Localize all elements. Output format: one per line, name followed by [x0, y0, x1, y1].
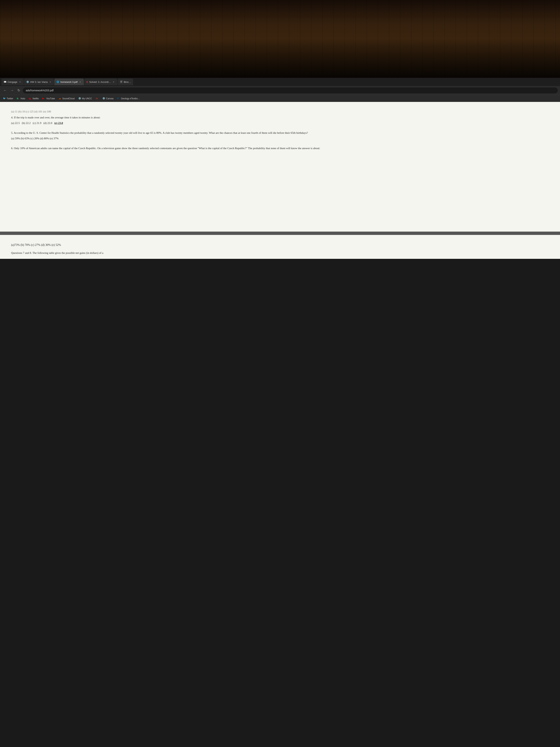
cengage-icon: 📖: [4, 81, 6, 83]
question-5-answers: (a) 59% (b) 63% (c) 20% (d) 80% (e) 37%: [11, 136, 549, 141]
bookmark-youtube[interactable]: ▶ YouTube: [41, 96, 56, 101]
bookmarks-bar: 🐦 Twitter h Hulu N Netflix ▶ YouTube ☁ S…: [0, 95, 560, 102]
bookmark-netflix[interactable]: N Netflix: [27, 96, 40, 101]
tab-bar: 📖 Cengage ✕ ⚙️ HW 3: Ian Viana ✕ 🌐 homew…: [0, 78, 560, 86]
reload-button[interactable]: ↻: [16, 87, 21, 93]
pdf-content-upper: (a) 11 (b) 10 (c) 125 (d) 101 (e) 100 4.…: [0, 102, 560, 232]
address-bar: ← → ↻: [0, 86, 560, 95]
twitter-icon: 🐦: [3, 97, 6, 100]
tab-solved-label: Solved: 3. Accordi…: [89, 81, 111, 83]
bookmark-geology-label: Geology eTextbo…: [121, 97, 140, 100]
bookmark-netflix-label: Netflix: [33, 97, 39, 100]
question-4-block: 4. If the trip is made over and over, th…: [11, 115, 549, 125]
forward-button[interactable]: →: [9, 88, 15, 93]
myuncc-icon: ⚙️: [78, 97, 81, 100]
tab-cengage-close[interactable]: ✕: [19, 80, 22, 83]
solved-icon: C: [86, 81, 88, 83]
bookmark-canvas-label: Canvas: [106, 97, 114, 100]
bookmark-canvas[interactable]: ⚙️ Canvas: [101, 96, 115, 101]
url-input[interactable]: [23, 87, 558, 93]
question-5-text: 5. According to the U. S. Center for Hea…: [11, 131, 549, 135]
question-4-text: 4. If the trip is made over and over, th…: [11, 115, 549, 120]
tab-bino-label: Bino…: [124, 81, 131, 83]
tab-homework-pdf[interactable]: 🌐 homework 3.pdf ✕: [54, 79, 84, 85]
canvas-icon: ⚙️: [102, 97, 105, 100]
question-4-answers: (a) 22.5 (b) 22.2 (c) 21.9 (d) 22.0 (e) …: [11, 121, 549, 126]
bookmark-youtube-label: YouTube: [46, 97, 55, 100]
bino-icon: 🎬: [120, 81, 123, 83]
question-6-text: 6. Only 10% of American adults can name …: [11, 146, 549, 151]
pdf-partial-top: (a) 11 (b) 10 (c) 125 (d) 101 (e) 100: [11, 109, 549, 114]
tab-cengage-label: Cengage: [7, 81, 18, 83]
netflix-icon: N: [29, 97, 32, 100]
tab-homework-pdf-label: homework 3.pdf: [60, 81, 78, 83]
bookmark-soundcloud-label: SoundCloud: [62, 97, 75, 100]
bookshelf-background: [0, 0, 560, 78]
tab-hw3-close[interactable]: ✕: [49, 80, 52, 83]
q4-answers-start: (a) 22.5 (b) 22.2 (c) 21.9 (d) 22.0: [11, 122, 54, 125]
bookmark-twitter-label: Twitter: [7, 97, 13, 100]
homework-pdf-icon: 🌐: [56, 81, 59, 83]
tab-solved[interactable]: C Solved: 3. Accordi… ✕: [84, 79, 117, 85]
bookmark-myuncc-label: My UNCC: [82, 97, 92, 100]
bookmark-geology[interactable]: P Geology eTextbo…: [116, 96, 141, 101]
bookmark-myuncc[interactable]: ⚙️ My UNCC: [77, 96, 94, 101]
lower-text: Questions 7 and 8. The following table g…: [11, 251, 549, 255]
youtube-icon: ▶: [43, 97, 45, 100]
mail-icon: ✉: [96, 97, 99, 100]
soundcloud-icon: ☁: [59, 97, 62, 100]
tab-solved-close[interactable]: ✕: [112, 80, 115, 83]
lower-answers: (a)73% (b) 70% (c) 27% (d) 30% (e) 52%: [11, 242, 549, 248]
pdf-content-lower: (a)73% (b) 70% (c) 27% (d) 30% (e) 52% Q…: [0, 235, 560, 259]
tab-hw3-label: HW 3: Ian Viana: [30, 81, 48, 83]
browser-chrome: 📖 Cengage ✕ ⚙️ HW 3: Ian Viana ✕ 🌐 homew…: [0, 78, 560, 102]
tab-bino[interactable]: 🎬 Bino…: [117, 79, 133, 85]
question-5-block: 5. According to the U. S. Center for Hea…: [11, 131, 549, 141]
tab-cengage[interactable]: 📖 Cengage ✕: [1, 79, 24, 85]
geology-icon: P: [117, 97, 120, 100]
bookmark-hulu-label: Hulu: [21, 97, 25, 100]
q4-answer-highlighted: (e) 23.0: [54, 122, 63, 125]
hw3-icon: ⚙️: [26, 81, 29, 83]
hulu-icon: h: [17, 97, 20, 100]
bookmark-soundcloud[interactable]: ☁ SoundCloud: [57, 96, 76, 101]
question-6-block: 6. Only 10% of American adults can name …: [11, 146, 549, 151]
tab-hw3[interactable]: ⚙️ HW 3: Ian Viana ✕: [24, 79, 54, 85]
bookmark-hulu[interactable]: h Hulu: [16, 96, 27, 101]
tab-homework-pdf-close[interactable]: ✕: [79, 80, 82, 83]
back-button[interactable]: ←: [2, 88, 8, 93]
bookmark-twitter[interactable]: 🐦 Twitter: [1, 96, 15, 101]
page-separator: [0, 232, 560, 235]
bookmark-mail[interactable]: ✉: [94, 96, 100, 101]
